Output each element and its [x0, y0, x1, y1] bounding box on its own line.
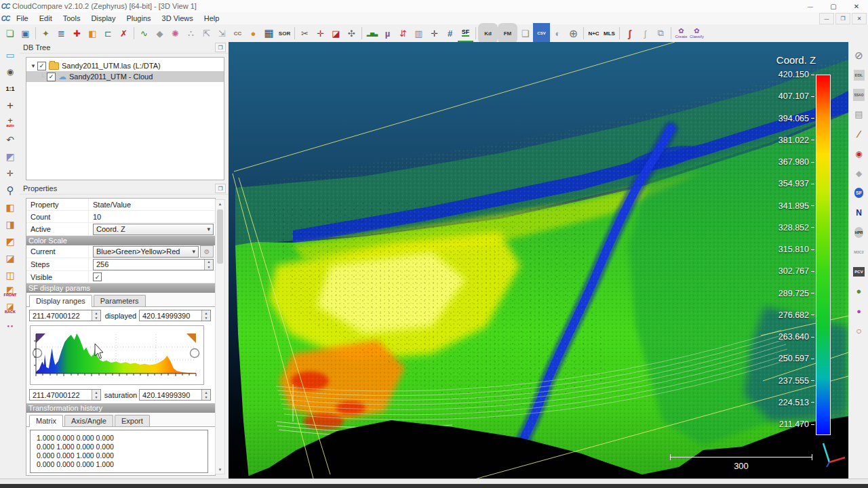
sphere-icon[interactable]: ◐	[550, 25, 566, 41]
red-ellipse-icon[interactable]: ○	[850, 321, 868, 340]
saturation-min-spinner[interactable]: 211.47000122	[29, 389, 101, 401]
sf-gradient-icon[interactable]: SF	[458, 24, 473, 42]
m3c2-icon[interactable]: M3C2	[850, 242, 868, 262]
normals-compute-icon[interactable]: N+C	[586, 25, 601, 41]
light-settings-icon[interactable]: ✦	[38, 25, 54, 41]
range-min-handle[interactable]	[36, 333, 45, 343]
color-scale-dropdown[interactable]: Blue>Green>Yellow>Red	[93, 246, 199, 258]
interpolate-icon[interactable]: ∿	[136, 25, 152, 41]
kd-tree-icon[interactable]: Kd	[478, 23, 498, 43]
add-sf-icon[interactable]: ✛	[427, 25, 442, 41]
range-max-handle[interactable]	[186, 333, 196, 343]
ortho-cube-icon[interactable]: ◩	[1, 148, 20, 165]
translate-cross-icon[interactable]: ✛	[313, 25, 328, 41]
magnifier-icon[interactable]: ⚲	[1, 182, 20, 199]
console-list-icon[interactable]: ≣	[54, 25, 69, 41]
ssao-shader-icon[interactable]: SSAO	[850, 85, 868, 104]
fullscreen-display-icon[interactable]: ▭	[1, 46, 20, 63]
zoom-1-1-icon[interactable]: 1:1	[1, 80, 20, 97]
pcv-icon[interactable]: PCV	[850, 262, 868, 281]
spinner-up-icon[interactable]	[205, 260, 213, 265]
minmax-sf-icon[interactable]: ⇵	[395, 25, 411, 41]
displayed-min-spinner[interactable]: 211.47000122	[29, 310, 101, 321]
properties-scrollbar[interactable]	[215, 199, 225, 474]
top-view-icon[interactable]: ◧	[1, 199, 20, 216]
maximize-button[interactable]	[822, 1, 845, 12]
sor-filter-icon[interactable]: SOR	[277, 25, 292, 41]
bottom-view-icon[interactable]: ◨	[1, 216, 20, 232]
3d-view[interactable]: Coord. Z 420.150 407.107 394.065	[229, 42, 848, 479]
tab-display-ranges[interactable]: Display ranges	[29, 295, 92, 307]
front-view-icon[interactable]: ◩ FRONT	[1, 283, 20, 300]
csv-export-icon[interactable]: CSV	[533, 23, 550, 43]
colorbar-gradient[interactable]	[816, 75, 831, 435]
delete-icon[interactable]: ✗	[116, 25, 132, 41]
canupo-classify-icon[interactable]: ✿ Classify	[689, 25, 705, 41]
pivot-icon[interactable]: ↶	[1, 131, 20, 148]
smooth-sf-icon[interactable]: ⇲	[214, 25, 230, 41]
export-arrow-icon[interactable]: ⧉	[653, 25, 669, 41]
translate-rotate-icon[interactable]: ⊏	[100, 25, 116, 41]
menu-help[interactable]: Help	[199, 14, 225, 22]
save-icon[interactable]: ▣	[18, 25, 33, 41]
sf-histogram[interactable]	[30, 325, 204, 385]
spline-gray-icon[interactable]: ʃ	[637, 25, 653, 41]
menu-edit[interactable]: Edit	[34, 14, 58, 22]
broom-icon[interactable]: ∕	[850, 124, 868, 144]
file-visibility-checkbox[interactable]	[37, 62, 46, 70]
open-file-icon[interactable]: ❏	[2, 25, 18, 41]
noise-filter-icon[interactable]: ✺	[167, 25, 183, 41]
tab-matrix[interactable]: Matrix	[29, 415, 63, 427]
histogram-icon[interactable]: ▂▅▃	[364, 25, 380, 41]
delete-sf-icon[interactable]: ▥	[411, 25, 427, 41]
poisson-icon[interactable]: ●	[850, 281, 868, 301]
cloud-mesh-distance-icon[interactable]: ●	[245, 25, 261, 41]
mdi-restore-button[interactable]	[835, 13, 850, 24]
saturation-max-spinner[interactable]: 420.14999390	[139, 389, 211, 401]
shield-icon[interactable]: ◆	[152, 25, 167, 41]
normals-arrow-icon[interactable]: N	[850, 203, 868, 222]
tab-export[interactable]: Export	[115, 415, 150, 426]
hpr-icon[interactable]: HPR	[850, 222, 868, 242]
active-sf-dropdown[interactable]: Coord. Z	[93, 224, 214, 235]
edl-shader-icon[interactable]: EDL	[850, 65, 868, 85]
compass-icon[interactable]: ◉	[850, 144, 868, 163]
canupo-create-icon[interactable]: ✿ Create	[673, 25, 689, 41]
auto-center-icon[interactable]: + auto	[1, 114, 20, 131]
screenshot-camera-icon[interactable]: ◉	[1, 63, 20, 80]
globe-icon[interactable]: ⊕	[566, 25, 581, 41]
subsample-icon[interactable]: ∴	[183, 25, 199, 41]
tree-item-cloud[interactable]: Sandy2011_UTM - Cloud	[26, 71, 224, 82]
menu-plugins[interactable]: Plugins	[121, 14, 156, 22]
animation-icon[interactable]: ▤	[850, 104, 868, 124]
e57-file-icon[interactable]: ❑	[517, 25, 533, 41]
right-view-icon[interactable]: ◪	[1, 249, 20, 266]
pan-icon[interactable]: ✛	[1, 165, 20, 182]
level-tool-icon[interactable]: ✣	[344, 25, 359, 41]
right-slider-ring[interactable]	[191, 349, 199, 358]
color-scale-gear-icon[interactable]	[200, 245, 214, 258]
crosshair-icon[interactable]: +	[1, 97, 20, 114]
left-slider-ring[interactable]	[33, 349, 42, 358]
float-panel-icon[interactable]	[215, 184, 226, 193]
spline-red-icon[interactable]: ʃ	[622, 25, 637, 41]
no-filter-icon[interactable]: ⊘	[850, 45, 868, 65]
cloud-cloud-distance-icon[interactable]: CC	[230, 25, 245, 41]
shield-icon[interactable]: ◆	[850, 163, 868, 183]
facets-icon[interactable]: FM	[498, 23, 517, 43]
menu-file[interactable]: File	[11, 14, 34, 22]
cloud-visibility-checkbox[interactable]	[47, 73, 56, 81]
expand-arrow-icon[interactable]	[31, 63, 37, 69]
tab-axis-angle[interactable]: Axis/Angle	[64, 415, 113, 426]
apply-transform-icon[interactable]: ✚	[69, 25, 85, 41]
tree-item-file[interactable]: Sandy2011_UTM.las (L:/DTA)	[26, 60, 224, 71]
displayed-max-spinner[interactable]: 420.14999390	[139, 310, 211, 321]
clipping-box-icon[interactable]: ◪	[328, 25, 344, 41]
visible-checkbox[interactable]	[93, 272, 102, 281]
spinner-down-icon[interactable]	[205, 264, 213, 270]
left-view-icon[interactable]: ◩	[1, 232, 20, 249]
sf-circle-icon[interactable]: SF	[850, 183, 868, 203]
menu-3d-views[interactable]: 3D Views	[157, 14, 199, 22]
iso-view-icon[interactable]: ◫	[1, 266, 20, 283]
back-view-icon[interactable]: ◪ BACK	[1, 300, 20, 317]
